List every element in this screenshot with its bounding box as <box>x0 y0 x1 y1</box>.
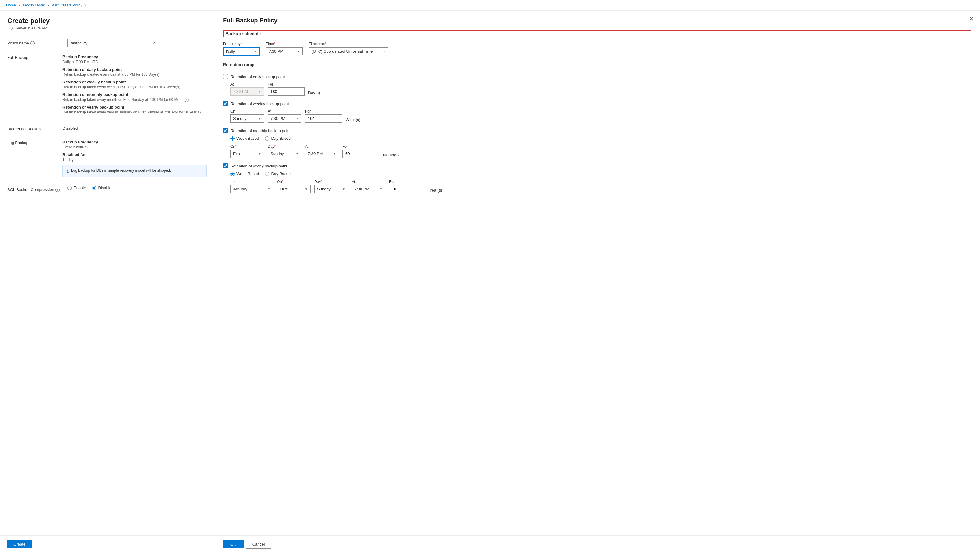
monthly-on-label: On* <box>231 144 264 149</box>
log-backup-details: Backup Frequency Every 2 hour(s) Retaine… <box>62 140 207 177</box>
yearly-day-based-label: Day Based <box>271 171 291 176</box>
policy-name-input[interactable]: testpolicy ✓ <box>67 39 159 47</box>
log-backup-label: Log Backup <box>7 140 62 177</box>
yearly-day-field: Day* Sunday ▼ <box>314 180 348 193</box>
monthly-day-field: Day* Sunday ▼ <box>268 144 301 158</box>
policy-name-info-icon[interactable]: i <box>30 41 35 45</box>
enable-radio[interactable]: Enable <box>67 185 86 190</box>
weekly-on-select[interactable]: Sunday ▼ <box>231 114 264 123</box>
retention-range-label: Retention range <box>223 62 971 70</box>
weekly-unit: Week(s) <box>345 117 360 123</box>
log-backup-freq-value: Every 2 hour(s) <box>62 145 207 149</box>
yearly-week-based-radio[interactable]: Week Based <box>231 171 259 176</box>
time-select[interactable]: 7:30 PM ▼ <box>266 47 303 56</box>
create-button[interactable]: Create <box>7 540 32 548</box>
close-button[interactable]: ✕ <box>969 16 974 22</box>
daily-for-field: For 180 <box>268 82 304 96</box>
full-backup-weekly-title: Retention of weekly backup point <box>62 80 207 84</box>
yearly-retention-fields: In* January ▼ On* First ▼ <box>231 180 971 193</box>
yearly-day-select[interactable]: Sunday ▼ <box>314 185 348 193</box>
ok-button[interactable]: OK <box>223 540 243 548</box>
breadcrumb-home[interactable]: Home <box>6 3 16 7</box>
weekly-for-field: For <box>305 109 342 123</box>
weekly-retention-fields: On* Sunday ▼ At 7:30 PM ▼ <box>231 109 971 123</box>
weekly-retention-checkbox[interactable] <box>223 101 228 106</box>
yearly-retention-checkbox[interactable] <box>223 163 228 168</box>
yearly-day-based-radio[interactable]: Day Based <box>265 171 291 176</box>
monthly-day-required: * <box>274 144 276 149</box>
compression-info-icon[interactable]: i <box>56 188 60 192</box>
daily-for-input[interactable]: 180 <box>268 88 304 96</box>
weekly-for-input[interactable] <box>305 114 342 123</box>
info-box-text: Log backup for DBs in simple recovery mo… <box>71 168 171 172</box>
monthly-at-select[interactable]: 7:30 PM ▼ <box>305 150 339 158</box>
yearly-day-chevron-icon: ▼ <box>342 187 345 191</box>
monthly-week-based-radio[interactable]: Week Based <box>231 136 259 141</box>
frequency-required: * <box>240 42 242 46</box>
frequency-chevron-icon: ▼ <box>254 50 257 53</box>
monthly-day-label: Day* <box>268 144 301 149</box>
monthly-day-select[interactable]: Sunday ▼ <box>268 150 301 158</box>
disable-radio[interactable]: Disable <box>92 185 111 190</box>
weekly-at-select[interactable]: 7:30 PM ▼ <box>268 114 301 123</box>
enable-radio-label: Enable <box>73 185 86 190</box>
monthly-day-chevron-icon: ▼ <box>296 152 299 155</box>
timezone-select[interactable]: (UTC) Coordinated Universal Time ▼ <box>309 47 388 56</box>
full-backup-monthly-value: Retain backup taken every month on First… <box>62 97 207 102</box>
yearly-week-based-input[interactable] <box>231 172 235 176</box>
yearly-on-select[interactable]: First ▼ <box>277 185 311 193</box>
yearly-for-input[interactable] <box>389 185 426 193</box>
timezone-required: * <box>325 42 326 46</box>
enable-radio-input[interactable] <box>67 186 72 190</box>
breadcrumb-sep3: > <box>84 3 86 7</box>
weekly-at-label: At <box>268 109 301 113</box>
yearly-in-label: In* <box>231 180 273 184</box>
more-options-icon[interactable]: ··· <box>52 18 57 24</box>
monthly-unit: Month(s) <box>383 153 399 158</box>
monthly-retention-fields: On* First ▼ Day* Sunday ▼ <box>231 144 971 158</box>
monthly-retention-header: Retention of monthly backup point <box>223 128 971 133</box>
full-backup-section: Full Backup Backup Frequency Daily at 7:… <box>7 54 207 117</box>
weekly-retention-header: Retention of weekly backup point <box>223 101 971 106</box>
timezone-chevron-icon: ▼ <box>383 49 386 53</box>
right-panel-title: Full Backup Policy <box>223 17 971 24</box>
cancel-button[interactable]: Cancel <box>246 540 271 549</box>
left-panel: Create policy ··· SQL Server in Azure VM… <box>0 11 215 535</box>
yearly-in-select[interactable]: January ▼ <box>231 185 273 193</box>
yearly-week-based-label: Week Based <box>237 171 259 176</box>
daily-retention-item: Retention of daily backup point At 7:30 … <box>223 74 971 96</box>
disable-radio-label: Disable <box>98 185 111 190</box>
time-chevron-icon: ▼ <box>297 49 300 53</box>
monthly-on-select[interactable]: First ▼ <box>231 150 264 158</box>
yearly-in-field: In* January ▼ <box>231 180 273 193</box>
monthly-for-field: For <box>342 144 379 158</box>
differential-value: Disabled <box>62 126 207 131</box>
monthly-radio-row: Week Based Day Based <box>231 136 971 141</box>
yearly-for-field: For <box>389 180 426 193</box>
monthly-day-based-radio[interactable]: Day Based <box>265 136 291 141</box>
daily-retention-checkbox[interactable] <box>223 74 228 79</box>
yearly-at-select[interactable]: 7:30 PM ▼ <box>352 185 385 193</box>
monthly-retention-checkbox[interactable] <box>223 128 228 133</box>
yearly-for-label: For <box>389 180 426 184</box>
yearly-day-based-input[interactable] <box>265 172 269 176</box>
monthly-day-based-input[interactable] <box>265 136 269 141</box>
breadcrumb-backup-center[interactable]: Backup center <box>21 3 45 7</box>
time-required: * <box>274 42 275 46</box>
policy-name-row: Policy name i testpolicy ✓ <box>7 39 207 47</box>
monthly-at-label: At <box>305 144 339 149</box>
frequency-field: Frequency* Daily ▼ <box>223 42 260 56</box>
yearly-day-required: * <box>321 180 322 184</box>
full-backup-freq-value: Daily at 7:30 PM UTC <box>62 60 207 64</box>
monthly-for-input[interactable] <box>342 150 379 158</box>
frequency-select[interactable]: Daily ▼ <box>223 47 260 56</box>
daily-retention-header: Retention of daily backup point <box>223 74 971 79</box>
monthly-week-based-input[interactable] <box>231 136 235 141</box>
bottom-bars: Create OK Cancel <box>0 535 980 553</box>
breadcrumb-sep1: > <box>18 3 20 7</box>
yearly-on-required: * <box>282 180 283 184</box>
daily-at-chevron-icon: ▼ <box>258 90 261 93</box>
disable-radio-input[interactable] <box>92 186 96 190</box>
log-backup-retained-title: Retained for <box>62 152 207 157</box>
timezone-field: Timezone* (UTC) Coordinated Universal Ti… <box>309 42 388 56</box>
